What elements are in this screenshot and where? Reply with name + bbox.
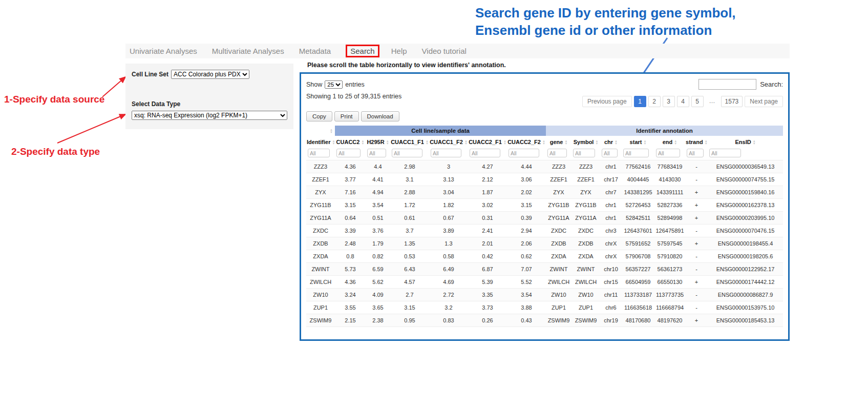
table-cell: 2.41 — [468, 225, 507, 237]
page-length-select[interactable]: 25 — [325, 80, 343, 89]
column-header-cuacc2-f2[interactable]: CUACC2_F2▲▼ — [507, 136, 546, 148]
filter-input-h295r[interactable] — [367, 149, 386, 157]
table-cell: 2.06 — [507, 237, 546, 250]
sort-icon[interactable]: ▲▼ — [753, 140, 756, 145]
column-header-identifier[interactable]: Identifier▲▼ — [306, 136, 335, 148]
print-button[interactable]: Print — [334, 111, 359, 121]
table-cell: 57591652 — [622, 237, 654, 250]
filter-input-ensid[interactable] — [709, 149, 741, 157]
column-header-cuacc2-f1[interactable]: CUACC2_F1▲▼ — [468, 136, 507, 148]
data-type-select[interactable]: xsq: RNA-seq Expression (log2 FPKM+1) — [132, 111, 287, 120]
column-header-h295r[interactable]: H295R▲▼ — [366, 136, 390, 148]
column-header-row: Identifier▲▼CUACC2▲▼H295R▲▼CUACC1_F1▲▼CU… — [306, 136, 783, 148]
sort-icon[interactable]: ▲▼ — [330, 129, 333, 134]
column-header-strand[interactable]: strand▲▼ — [685, 136, 708, 148]
filter-input-cuacc2-f2[interactable] — [509, 149, 539, 157]
column-header-cuacc1-f1[interactable]: CUACC1_F1▲▼ — [390, 136, 429, 148]
page-button-1[interactable]: 1 — [634, 96, 646, 107]
cell-line-set-select[interactable]: ACC Colorado plus PDX — [171, 70, 249, 79]
page-button-5[interactable]: 5 — [691, 96, 704, 107]
filter-input-strand[interactable] — [687, 149, 704, 157]
column-label: CUACC1_F1 — [391, 139, 424, 145]
nav-item-multivariate-analyses[interactable]: Multivariate Analyses — [212, 47, 284, 55]
nav-item-search[interactable]: Search — [346, 45, 379, 57]
nav-item-help[interactable]: Help — [391, 47, 407, 55]
column-header-cuacc2[interactable]: CUACC2▲▼ — [335, 136, 366, 148]
filter-input-cuacc2[interactable] — [336, 149, 361, 157]
filter-input-chr[interactable] — [602, 149, 618, 157]
sort-icon[interactable]: ▲▼ — [643, 140, 646, 145]
table-cell: 3.24 — [335, 289, 366, 301]
sort-icon[interactable]: ▲▼ — [361, 140, 364, 145]
page-button-3[interactable]: 3 — [663, 96, 675, 107]
table-controls-top: Show 25 entries Search: — [306, 79, 783, 90]
column-header-gene[interactable]: gene▲▼ — [546, 136, 571, 148]
table-cell: 3.2 — [429, 301, 468, 314]
filter-input-identifier[interactable] — [308, 149, 330, 157]
sort-icon[interactable]: ▲▼ — [503, 140, 506, 145]
nav-item-metadata[interactable]: Metadata — [299, 47, 331, 55]
filter-input-start[interactable] — [623, 149, 649, 157]
sort-icon[interactable]: ▲▼ — [542, 140, 545, 145]
nav-items: Univariate AnalysesMultivariate Analyses… — [130, 45, 481, 57]
nav-item-univariate-analyses[interactable]: Univariate Analyses — [130, 47, 197, 55]
page-length-control: Show 25 entries — [306, 80, 365, 89]
column-header-symbol[interactable]: Symbol▲▼ — [571, 136, 600, 148]
copy-button[interactable]: Copy — [306, 111, 332, 121]
sort-icon[interactable]: ▲▼ — [332, 140, 335, 145]
table-cell: 0.58 — [429, 250, 468, 263]
table-cell: 56361273 — [654, 263, 685, 276]
table-cell: ENSG00000086827.9 — [708, 289, 783, 301]
column-header-cuacc1-f2[interactable]: CUACC1_F2▲▼ — [429, 136, 468, 148]
column-header-end[interactable]: end▲▼ — [654, 136, 685, 148]
table-cell: 3.06 — [507, 173, 546, 186]
filter-input-cuacc1-f2[interactable] — [431, 149, 461, 157]
table-cell: 2.72 — [429, 289, 468, 301]
sort-icon[interactable]: ▲▼ — [564, 140, 567, 145]
column-header-chr[interactable]: chr▲▼ — [600, 136, 622, 148]
search-annotation-note: Search gene ID by entering gene symbol, … — [475, 4, 772, 39]
nav-item-video-tutorial[interactable]: Video tutorial — [422, 47, 467, 55]
sort-icon[interactable]: ▲▼ — [674, 140, 677, 145]
previous-page-button[interactable]: Previous page — [582, 96, 632, 107]
table-cell: ZUP1 — [571, 301, 600, 314]
filter-input-gene[interactable] — [547, 149, 567, 157]
table-cell: 4.44 — [507, 160, 546, 173]
table-cell: 143381295 — [622, 186, 654, 199]
sort-icon[interactable]: ▲▼ — [595, 140, 598, 145]
next-page-button[interactable]: Next page — [745, 96, 783, 107]
sort-icon[interactable]: ▲▼ — [615, 140, 618, 145]
sort-icon[interactable]: ▲▼ — [386, 140, 389, 145]
page-button-2[interactable]: 2 — [648, 96, 661, 107]
page-button-4[interactable]: 4 — [677, 96, 689, 107]
table-cell: ZW10 — [546, 289, 571, 301]
column-header-start[interactable]: start▲▼ — [622, 136, 654, 148]
page-button-1573[interactable]: 1573 — [721, 96, 743, 107]
table-cell: 57910820 — [654, 250, 685, 263]
data-table: ▲▼Cell line/sample dataIdentifier annota… — [306, 126, 783, 327]
table-cell: 2.12 — [468, 173, 507, 186]
table-cell: 2.15 — [335, 314, 366, 327]
column-header-ensid[interactable]: EnsID▲▼ — [708, 136, 783, 148]
table-cell: ZYG11A — [306, 212, 335, 225]
table-cell: 116635618 — [622, 301, 654, 314]
table-cell: ZSWIM9 — [306, 314, 335, 327]
table-cell: chrX — [600, 237, 622, 250]
sort-icon[interactable]: ▲▼ — [464, 140, 468, 145]
filter-input-end[interactable] — [656, 149, 680, 157]
filter-input-cuacc2-f1[interactable] — [470, 149, 500, 157]
table-cell: 6.59 — [366, 263, 390, 276]
filter-input-cuacc1-f1[interactable] — [392, 149, 422, 157]
table-row: ZUP13.553.653.153.23.733.88ZUP1ZUP1chr61… — [306, 301, 783, 314]
table-cell: 116668794 — [654, 301, 685, 314]
table-cell: 5.52 — [507, 276, 546, 289]
sort-icon[interactable]: ▲▼ — [426, 140, 429, 145]
table-cell: ENSG00000036549.13 — [708, 160, 783, 173]
table-cell: 2.01 — [468, 237, 507, 250]
download-button[interactable]: Download — [361, 111, 399, 121]
filter-input-symbol[interactable] — [573, 149, 595, 157]
table-cell: 4.69 — [429, 276, 468, 289]
table-cell: + — [685, 199, 708, 212]
sort-icon[interactable]: ▲▼ — [705, 140, 708, 145]
search-input[interactable] — [698, 79, 756, 90]
